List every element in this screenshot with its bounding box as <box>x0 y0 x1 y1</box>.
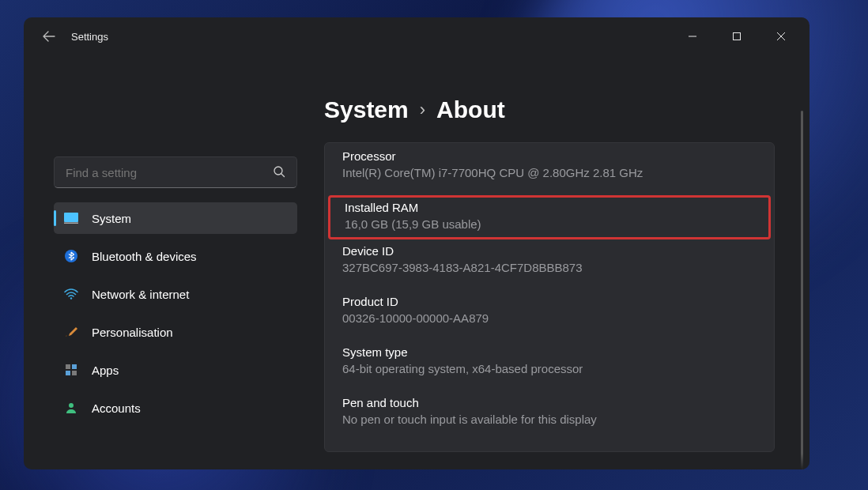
titlebar: Settings <box>24 17 810 55</box>
spec-label: Processor <box>342 149 757 163</box>
sidebar-item-bluetooth[interactable]: Bluetooth & devices <box>54 240 297 272</box>
svg-point-1 <box>274 167 282 175</box>
sidebar-item-accounts[interactable]: Accounts <box>54 392 297 424</box>
svg-rect-7 <box>72 364 77 369</box>
svg-rect-9 <box>72 371 77 375</box>
search-input[interactable] <box>66 166 273 179</box>
spec-system-type: System type 64-bit operating system, x64… <box>325 341 774 391</box>
close-icon <box>776 32 786 41</box>
main-content: System › About Processor Intel(R) Core(T… <box>300 55 810 469</box>
spec-product-id: Product ID 00326-10000-00000-AA879 <box>325 290 774 341</box>
brush-icon <box>63 324 79 340</box>
arrow-left-icon <box>43 30 55 43</box>
sidebar-item-label: Personalisation <box>92 326 173 339</box>
spec-pen-touch: Pen and touch No pen or touch input is a… <box>325 391 774 442</box>
sidebar-item-label: System <box>92 212 131 225</box>
spec-label: Device ID <box>342 244 757 258</box>
spec-processor: Processor Intel(R) Core(TM) i7-7700HQ CP… <box>325 145 774 195</box>
svg-point-5 <box>70 297 72 299</box>
svg-point-10 <box>69 403 74 408</box>
svg-rect-2 <box>64 213 78 222</box>
accounts-icon <box>63 400 79 416</box>
breadcrumb-current: About <box>436 96 505 123</box>
spec-value: 327BC697-3983-4183-A821-4CF7D8BBB873 <box>342 261 757 274</box>
spec-label: Installed RAM <box>345 201 754 214</box>
sidebar: System Bluetooth & devices Network & int… <box>24 55 300 469</box>
wifi-icon <box>63 286 79 302</box>
sidebar-item-network[interactable]: Network & internet <box>54 278 297 310</box>
spec-device-id: Device ID 327BC697-3983-4183-A821-4CF7D8… <box>325 239 774 290</box>
window-controls <box>681 25 800 47</box>
maximize-icon <box>732 32 742 41</box>
spec-value: 64-bit operating system, x64-based proce… <box>342 362 757 375</box>
bluetooth-icon <box>63 248 79 264</box>
spec-label: System type <box>342 345 757 359</box>
apps-icon <box>63 362 79 378</box>
sidebar-item-label: Apps <box>92 364 119 377</box>
sidebar-item-system[interactable]: System <box>54 202 297 234</box>
search-icon <box>273 165 285 180</box>
svg-rect-6 <box>66 364 70 369</box>
sidebar-item-apps[interactable]: Apps <box>54 354 297 386</box>
svg-rect-8 <box>66 371 70 375</box>
maximize-button[interactable] <box>726 25 748 47</box>
sidebar-item-label: Network & internet <box>92 288 189 301</box>
sidebar-item-label: Accounts <box>92 401 141 415</box>
spec-value: Intel(R) Core(TM) i7-7700HQ CPU @ 2.80GH… <box>342 166 757 179</box>
sidebar-item-label: Bluetooth & devices <box>92 250 197 263</box>
window-title: Settings <box>71 31 108 43</box>
spec-label: Pen and touch <box>342 396 757 409</box>
back-button[interactable] <box>38 25 60 47</box>
close-button[interactable] <box>770 25 792 47</box>
spec-ram-highlighted: Installed RAM 16,0 GB (15,9 GB usable) <box>328 195 771 239</box>
spec-label: Product ID <box>342 295 757 308</box>
scrollbar[interactable] <box>801 111 803 469</box>
spec-value: No pen or touch input is available for t… <box>342 413 757 426</box>
svg-rect-0 <box>734 33 741 40</box>
device-specs-panel: Processor Intel(R) Core(TM) i7-7700HQ CP… <box>324 142 775 452</box>
system-icon <box>63 210 79 226</box>
sidebar-item-personalisation[interactable]: Personalisation <box>54 316 297 348</box>
minimize-icon <box>688 32 697 41</box>
spec-value: 16,0 GB (15,9 GB usable) <box>345 217 754 231</box>
breadcrumb: System › About <box>324 96 794 123</box>
sidebar-nav: System Bluetooth & devices Network & int… <box>54 202 297 424</box>
chevron-right-icon: › <box>420 100 425 120</box>
breadcrumb-parent[interactable]: System <box>324 96 409 123</box>
settings-window: Settings <box>24 17 810 469</box>
search-box[interactable] <box>54 156 297 188</box>
minimize-button[interactable] <box>681 25 704 47</box>
svg-rect-3 <box>64 223 78 224</box>
spec-value: 00326-10000-00000-AA879 <box>342 311 757 325</box>
